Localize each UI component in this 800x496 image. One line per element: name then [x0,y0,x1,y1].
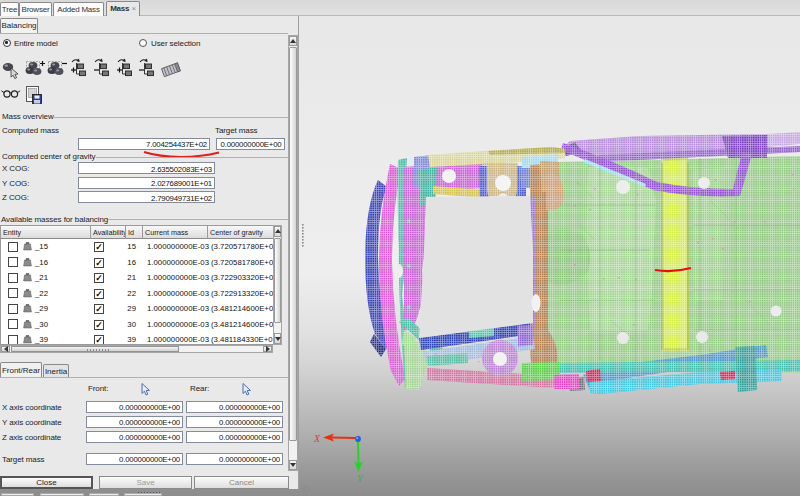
svg-text:O: O [303,484,310,494]
svg-text:X: X [313,433,321,444]
